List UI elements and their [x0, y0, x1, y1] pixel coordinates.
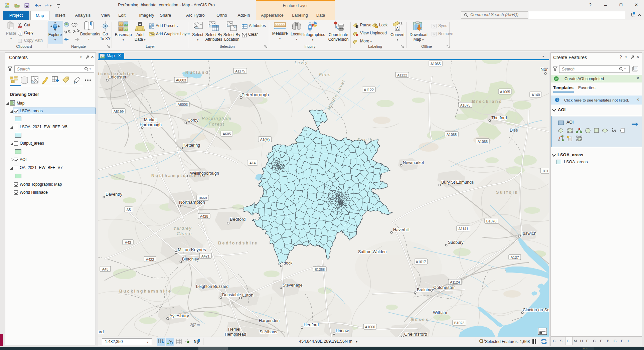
- svg-text:Aylesbury: Aylesbury: [169, 313, 189, 318]
- svg-text:Ipswich: Ipswich: [521, 231, 536, 236]
- svg-text:Yardley: Yardley: [173, 226, 192, 231]
- svg-text:A1(M): A1(M): [260, 138, 270, 142]
- svg-text:B1078: B1078: [486, 219, 497, 223]
- svg-text:B1023: B1023: [454, 321, 465, 325]
- svg-text:B111: B111: [543, 169, 549, 173]
- svg-text:A421: A421: [201, 254, 210, 258]
- svg-text:A1066: A1066: [478, 140, 488, 144]
- svg-text:B660: B660: [199, 196, 207, 200]
- svg-text:Thetford: Thetford: [491, 116, 507, 120]
- svg-text:A: A: [396, 26, 399, 30]
- svg-text:A43: A43: [125, 240, 131, 244]
- svg-text:Breckland: Breckland: [472, 99, 503, 104]
- svg-text:South: South: [357, 138, 373, 142]
- svg-text:Leicester: Leicester: [108, 74, 127, 79]
- svg-text:Milton Keynes: Milton Keynes: [178, 247, 206, 252]
- svg-text:Level: Level: [295, 60, 308, 65]
- svg-text:A1065: A1065: [447, 133, 457, 137]
- svg-text:Clacton-on-Se: Clacton-on-Se: [523, 308, 549, 312]
- svg-text:Bedfordshire: Bedfordshire: [218, 241, 258, 245]
- svg-text:A1141: A1141: [458, 227, 468, 231]
- svg-text:Harborough: Harborough: [140, 123, 162, 127]
- svg-text:Rutland: Rutland: [185, 70, 209, 75]
- svg-text:▾: ▾: [50, 4, 51, 7]
- svg-text:Essex: Essex: [411, 317, 429, 322]
- svg-text:A6003: A6003: [176, 78, 186, 82]
- svg-text:A137: A137: [511, 255, 519, 259]
- svg-text:Newmarket: Newmarket: [403, 160, 424, 165]
- svg-text:A5199: A5199: [114, 110, 124, 114]
- svg-text:Harpenden: Harpenden: [259, 318, 280, 323]
- svg-text:Kettering: Kettering: [183, 143, 200, 148]
- svg-text:Chase: Chase: [177, 231, 192, 236]
- svg-text:Wellingborough: Wellingborough: [190, 171, 219, 176]
- svg-text:Buckinghamshire: Buckinghamshire: [119, 289, 172, 294]
- svg-text:Market: Market: [144, 118, 157, 122]
- svg-text:A1065: A1065: [431, 62, 441, 66]
- svg-text:Chelmsford: Chelmsford: [404, 332, 427, 337]
- svg-text:A1122: A1122: [364, 88, 374, 92]
- svg-text:A1017: A1017: [416, 260, 426, 264]
- svg-text:Dunstable: Dunstable: [222, 293, 241, 297]
- svg-text:A14: A14: [250, 161, 256, 165]
- svg-text:A1122: A1122: [397, 73, 407, 77]
- svg-text:N: N: [194, 339, 196, 343]
- svg-text:A6003: A6003: [178, 103, 188, 107]
- svg-text:267 m: 267 m: [190, 323, 200, 327]
- svg-text:A43: A43: [102, 267, 109, 271]
- svg-text:A422: A422: [146, 257, 154, 261]
- svg-text:Harlow: Harlow: [336, 329, 349, 333]
- svg-text:Hertford: Hertford: [304, 323, 319, 327]
- svg-text:Forest: Forest: [209, 122, 224, 127]
- svg-text:Witham: Witham: [433, 310, 447, 315]
- svg-text:Leighton Buzzard: Leighton Buzzard: [196, 284, 228, 289]
- svg-text:Rockingham: Rockingham: [202, 116, 231, 121]
- svg-text:A1075: A1075: [460, 103, 471, 107]
- svg-text:A428: A428: [200, 214, 208, 218]
- svg-text:Stevenage: Stevenage: [283, 283, 303, 288]
- svg-text:Suffolk: Suffolk: [496, 190, 518, 195]
- svg-text:▾: ▾: [39, 4, 41, 7]
- svg-text:A1060: A1060: [365, 325, 375, 329]
- svg-text:St Albans: St Albans: [260, 330, 277, 334]
- svg-text:dock: dock: [284, 261, 293, 266]
- svg-text:A605: A605: [223, 132, 231, 136]
- svg-text:A1065: A1065: [500, 90, 510, 94]
- svg-text:Corby: Corby: [187, 118, 199, 123]
- svg-text:A1175: A1175: [235, 69, 245, 73]
- svg-text:Hemel: Hemel: [228, 327, 240, 332]
- svg-text:Bletchley: Bletchley: [182, 257, 199, 261]
- svg-text:Bedford: Bedford: [230, 217, 246, 222]
- svg-text:A140: A140: [532, 93, 540, 97]
- svg-text:Diss: Diss: [510, 128, 518, 133]
- svg-text:Peterborough: Peterborough: [241, 92, 269, 97]
- svg-text:Hempstead: Hempstead: [225, 332, 246, 337]
- svg-text:Sudbury: Sudbury: [448, 240, 464, 245]
- svg-text:A1124: A1124: [450, 280, 460, 284]
- svg-text:Bury St Edmunds: Bury St Edmunds: [441, 180, 474, 185]
- svg-text:Saffron Walden: Saffron Walden: [358, 249, 387, 254]
- svg-text:Luton: Luton: [242, 293, 254, 298]
- svg-text:B1368: B1368: [315, 268, 325, 272]
- svg-text:Haverhill: Haverhill: [393, 227, 410, 232]
- svg-text:Fens: Fens: [319, 72, 331, 77]
- svg-text:Daventry: Daventry: [106, 192, 123, 197]
- svg-text:Nor: Nor: [540, 67, 548, 72]
- svg-text:ord: ord: [98, 329, 104, 334]
- svg-text:Colchester: Colchester: [433, 285, 455, 290]
- svg-text:A5: A5: [127, 208, 131, 212]
